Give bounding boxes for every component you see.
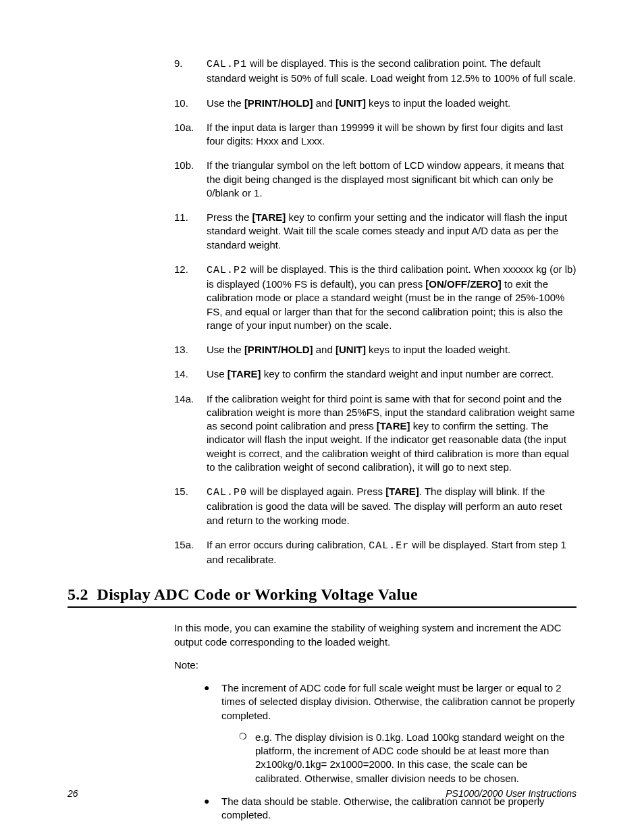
step-item: 10a.If the input data is larger than 199… <box>174 121 576 149</box>
bullet-item: ●The increment of ADC code for full scal… <box>204 681 576 787</box>
step-text: If the input data is larger than 199999 … <box>207 121 576 149</box>
numbered-steps: 9.CAL.P1 will be displayed. This is the … <box>174 57 576 567</box>
step-item: 13.Use the [PRINT/HOLD] and [UNIT] keys … <box>174 343 576 357</box>
section-intro: In this mode, you can examine the stabil… <box>174 621 576 649</box>
bullet-dot-icon: ● <box>204 681 221 787</box>
step-number: 13. <box>174 343 207 357</box>
step-number: 9. <box>174 57 207 86</box>
step-item: 9.CAL.P1 will be displayed. This is the … <box>174 57 576 86</box>
step-text: Press the [TARE] key to confirm your set… <box>207 211 576 252</box>
step-number: 14. <box>174 367 207 381</box>
step-text: CAL.P1 will be displayed. This is the se… <box>207 57 576 86</box>
step-text: If an error occurs during calibration, C… <box>207 538 576 567</box>
step-text: CAL.P2 will be displayed. This is the th… <box>207 263 576 332</box>
section-number: 5.2 <box>68 585 88 603</box>
step-number: 10a. <box>174 121 207 149</box>
bullet-text: The increment of ADC code for full scale… <box>221 681 576 787</box>
step-item: 10b.If the triangular symbol on the left… <box>174 159 576 200</box>
step-item: 10.Use the [PRINT/HOLD] and [UNIT] keys … <box>174 97 576 110</box>
step-text: If the calibration weight for third poin… <box>207 392 576 475</box>
note-bullets: ●The increment of ADC code for full scal… <box>204 681 576 822</box>
step-number: 14a. <box>174 392 207 475</box>
section-heading: 5.2 Display ADC Code or Working Voltage … <box>68 585 576 604</box>
doc-title: PS1000/2000 User Instructions <box>446 788 576 799</box>
step-item: 14.Use [TARE] key to confirm the standar… <box>174 367 576 381</box>
step-item: 12.CAL.P2 will be displayed. This is the… <box>174 263 576 332</box>
step-text: CAL.P0 will be displayed again. Press [T… <box>207 485 576 527</box>
note-label: Note: <box>174 658 576 672</box>
step-item: 11.Press the [TARE] key to confirm your … <box>174 211 576 252</box>
step-number: 15a. <box>174 538 207 567</box>
step-number: 11. <box>174 211 207 252</box>
step-number: 15. <box>174 485 207 527</box>
step-item: 15.CAL.P0 will be displayed again. Press… <box>174 485 576 527</box>
page-number: 26 <box>68 788 78 799</box>
step-text: Use the [PRINT/HOLD] and [UNIT] keys to … <box>207 97 576 110</box>
sub-bullet-text: e.g. The display division is 0.1kg. Load… <box>255 731 576 785</box>
step-text: If the triangular symbol on the left bot… <box>207 159 576 200</box>
sub-bullet-dot-icon: ❍ <box>239 731 255 785</box>
section-title: Display ADC Code or Working Voltage Valu… <box>97 585 419 603</box>
step-number: 12. <box>174 263 207 332</box>
section-rule <box>68 606 576 608</box>
step-text: Use the [PRINT/HOLD] and [UNIT] keys to … <box>207 343 576 357</box>
sub-bullet-item: ❍e.g. The display division is 0.1kg. Loa… <box>239 731 576 785</box>
step-item: 14a. If the calibration weight for third… <box>174 392 576 475</box>
step-text: Use [TARE] key to confirm the standard w… <box>207 367 576 381</box>
page-footer: 26 PS1000/2000 User Instructions <box>68 788 576 799</box>
step-number: 10. <box>174 97 207 110</box>
step-number: 10b. <box>174 159 207 200</box>
step-item: 15a.If an error occurs during calibratio… <box>174 538 576 567</box>
